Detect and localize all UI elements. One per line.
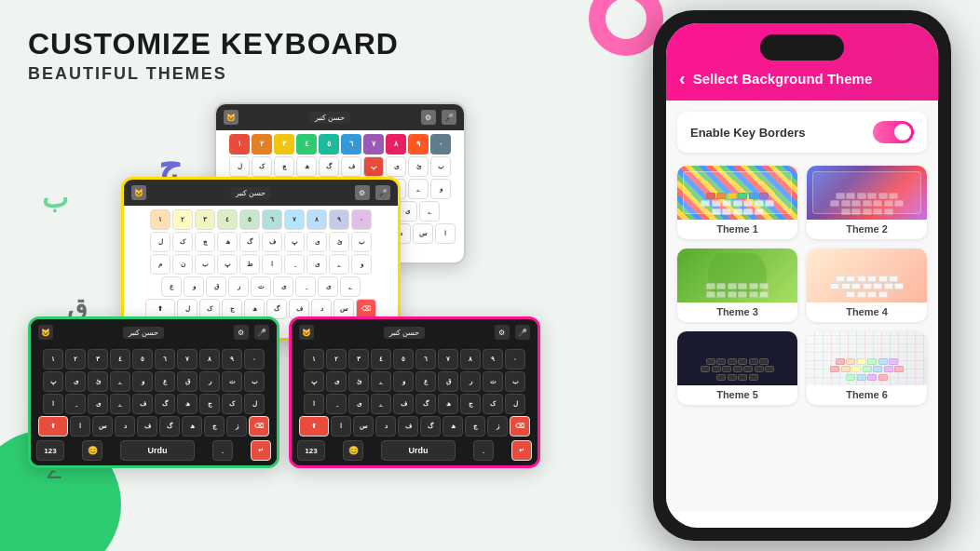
theme-preview-4 [807,249,927,302]
back-button[interactable]: ‹ [679,68,686,89]
theme-5-label: Theme 5 [677,385,797,405]
kb-actions-3: ⚙ 🎤 [234,325,269,340]
kb-actions-4: ⚙ 🎤 [495,325,530,340]
themes-grid: Theme 1 [677,166,927,405]
phone-screen: ‹ Sellect Background Theme Enable Key Bo… [666,23,938,528]
theme-preview-6 [807,331,927,385]
keyboards-container: 🐱 حسن کنبر ⚙ 🎤 ١ ٢ ٣ ٤ ٥ ٦ [28,102,615,549]
kb-mic-icon-2: 🎤 [375,185,390,200]
kb-mic-icon-1: 🎤 [442,110,456,125]
kb-bottom-row-4: 123 😊 Urdu . ↵ [294,438,535,463]
toggle-row: Enable Key Borders [677,112,927,153]
sub-title: BEAUTIFUL THEMES [28,64,606,84]
phone-device: ‹ Sellect Background Theme Enable Key Bo… [653,10,951,541]
theme-1-label: Theme 1 [677,220,797,239]
theme-card-2[interactable]: Theme 2 [807,166,927,239]
kb-menu-icon-1: 🐱 [224,110,238,125]
toggle-label: Enable Key Borders [690,126,806,140]
keyboard-mockup-black-pink: 🐱 حسن کنبر ⚙ 🎤 ١٢٣٤٥٦٧٨٩٠ پیئےوعقرتب [289,316,540,468]
theme-4-label: Theme 4 [807,302,927,322]
kb-keys-3: ١٢٣٤٥٦٧٨٩٠ پیئےوعقرتب اہیےفگھجکل ⬆ اسدفگ… [31,345,277,465]
kb-menu-icon-3: 🐱 [38,325,53,340]
kb-settings-icon-4: ⚙ [495,325,510,340]
theme-preview-2 [807,166,927,220]
theme-2-keys [810,191,923,216]
theme-3-label: Theme 3 [677,302,797,322]
theme-5-keys [681,356,794,382]
kb-settings-icon-1: ⚙ [421,110,436,125]
dynamic-island [760,34,844,60]
theme-preview-5 [677,331,797,385]
kb-mic-icon-4: 🎤 [515,325,530,340]
kb-brand-1: حسن کنبر [309,112,350,124]
kb-settings-icon-3: ⚙ [234,325,249,340]
kb-settings-icon-2: ⚙ [355,185,370,200]
content-area: CUSTOMIZE KEYBOARD BEAUTIFUL THEMES 🐱 حس… [0,0,980,551]
kb-topbar-3: 🐱 حسن کنبر ⚙ 🎤 [31,319,277,345]
theme-card-5[interactable]: Theme 5 [677,331,797,405]
theme-card-6[interactable]: Theme 6 [807,331,927,405]
main-title: CUSTOMIZE KEYBOARD [28,28,606,60]
kb-menu-icon-4: 🐱 [299,325,314,340]
theme-2-label: Theme 2 [807,220,927,239]
theme-preview-3 [677,249,797,302]
theme-6-keys [810,356,923,382]
theme-1-keys [681,191,794,216]
kb-brand-4: حسن کنبر [384,327,425,339]
kb-brand-3: حسن کنبر [123,327,164,339]
kb-bottom-row-3: 123 😊 Urdu . ↵ [34,438,274,463]
theme-preview-1 [677,166,797,220]
kb-keys-4: ١٢٣٤٥٦٧٨٩٠ پیئےوعقرتب اہیےفگھجکل ⬆ اسدفگ… [292,345,538,465]
left-panel: CUSTOMIZE KEYBOARD BEAUTIFUL THEMES 🐱 حس… [0,0,624,551]
kb-topbar-2: 🐱 حسن کنبر ⚙ 🎤 [124,180,398,206]
right-panel: ‹ Sellect Background Theme Enable Key Bo… [624,0,980,551]
theme-card-1[interactable]: Theme 1 [677,166,797,239]
theme-4-keys [810,274,923,299]
kb-topbar-4: 🐱 حسن کنبر ⚙ 🎤 [292,319,538,345]
kb-mic-icon-3: 🎤 [254,325,269,340]
theme-6-label: Theme 6 [807,385,927,405]
phone-content[interactable]: Enable Key Borders [666,101,938,512]
kb-topbar-1: 🐱 حسن کنبر ⚙ 🎤 [216,104,464,130]
keyboard-mockup-black-green: 🐱 حسن کنبر ⚙ 🎤 ١٢٣٤٥٦٧٨٩٠ پیئےوعقرتب [28,316,279,468]
theme-3-keys [681,282,794,300]
header-title: Sellect Background Theme [693,71,873,87]
kb-actions-2: ⚙ 🎤 [355,185,390,200]
kb-menu-icon-2: 🐱 [131,185,146,200]
toggle-switch[interactable] [873,121,914,143]
kb-actions-1: ⚙ 🎤 [421,110,456,125]
theme-card-3[interactable]: Theme 3 [677,249,797,322]
theme-card-4[interactable]: Theme 4 [807,249,927,322]
kb-brand-2: حسن کنبر [230,187,271,199]
